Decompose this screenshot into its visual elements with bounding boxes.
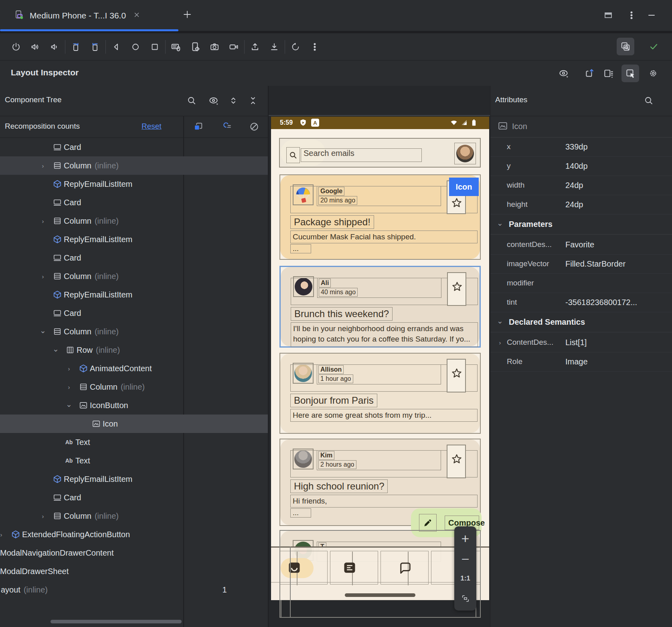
download-button[interactable] <box>265 38 283 56</box>
nav-inbox-icon[interactable] <box>287 560 302 576</box>
overview-button[interactable] <box>146 38 164 56</box>
expand-all-icon[interactable] <box>225 92 242 109</box>
layer-spacing-icon[interactable] <box>599 65 617 82</box>
export-snapshot-icon[interactable] <box>581 65 598 82</box>
chevron-down-icon[interactable]: ⌄ <box>496 316 504 326</box>
tree-row-replyemaillistitem[interactable]: ReplyEmailListItem <box>0 230 268 249</box>
tree-row-replyemaillistitem[interactable]: ReplyEmailListItem <box>0 175 268 193</box>
restart-button[interactable] <box>287 38 304 56</box>
tree-row-text[interactable]: AbText <box>0 451 268 470</box>
chevron-right-icon[interactable]: › <box>39 162 47 169</box>
chevron-right-icon[interactable]: › <box>65 384 73 390</box>
tree-row-card[interactable]: Card <box>0 138 268 156</box>
tree-row-extendedfloatingactionbutton[interactable]: ›ExtendedFloatingActionButton <box>0 525 268 544</box>
tree-row-column[interactable]: ⌄Column(inline) <box>0 322 268 341</box>
view-options-icon[interactable] <box>555 65 573 82</box>
search-bar[interactable]: Search emails <box>279 138 481 168</box>
profile-avatar[interactable] <box>454 143 476 164</box>
attributes-section-declared-semantics[interactable]: ⌄Declared Semantics <box>490 312 672 332</box>
chevron-right-icon[interactable]: › <box>39 513 47 520</box>
volume-up-button[interactable] <box>26 38 44 56</box>
favorite-button[interactable] <box>447 272 466 306</box>
tree-row-column[interactable]: ›Column(inline) <box>0 507 268 525</box>
disable-counts-icon[interactable] <box>245 118 263 136</box>
power-button[interactable] <box>7 38 25 56</box>
tree-row-iconbutton[interactable]: ⌄IconButton <box>0 396 268 415</box>
chevron-down-icon[interactable]: ⌄ <box>65 400 73 409</box>
favorite-button[interactable] <box>447 359 466 392</box>
settings-gear-icon[interactable] <box>644 65 662 82</box>
volume-down-button[interactable] <box>46 38 63 56</box>
rotate-right-button[interactable] <box>86 38 104 56</box>
chevron-right-icon[interactable]: › <box>39 218 47 225</box>
attributes-section-parameters[interactable]: ⌄Parameters <box>490 214 672 235</box>
tree-row-replyemaillistitem[interactable]: ReplyEmailListItem <box>0 470 268 488</box>
screenshot-button[interactable] <box>206 38 223 56</box>
recomposition-highlight-icon[interactable] <box>218 118 235 136</box>
tree-horizontal-scrollbar[interactable] <box>51 620 182 623</box>
chevron-right-icon[interactable]: › <box>65 365 73 372</box>
tree-row-animatedcontent[interactable]: ›AnimatedContent <box>0 359 268 378</box>
tree-row-column[interactable]: ›Column(inline) <box>0 267 268 285</box>
favorite-button[interactable] <box>447 445 466 478</box>
zoom-in-button[interactable]: + <box>457 530 474 546</box>
record-screen-button[interactable] <box>225 38 243 56</box>
tree-row-column[interactable]: ›Column(inline) <box>0 212 268 230</box>
chevron-right-icon[interactable]: › <box>39 273 47 280</box>
card-icon <box>53 253 62 263</box>
tree-row-ayout[interactable]: ayout(inline)1 <box>0 580 268 599</box>
tree-row-modaldrawersheet[interactable]: ModalDrawerSheet <box>0 562 268 580</box>
tree-row-modalnavigationdrawercontent[interactable]: ModalNavigationDrawerContent <box>0 544 268 562</box>
search-icon[interactable] <box>286 147 300 163</box>
attribute-row-width: width24dp <box>490 176 672 195</box>
reset-counts-link[interactable]: Reset <box>142 122 162 131</box>
window-minimize-icon[interactable] <box>647 10 656 22</box>
upload-button[interactable] <box>246 38 264 56</box>
tree-row-text[interactable]: AbText <box>0 433 268 451</box>
tree-row-icon[interactable]: Icon <box>0 415 268 433</box>
attribute-label: x <box>507 142 511 151</box>
window-layout-icon[interactable] <box>603 10 613 22</box>
attribute-row-contentdes-[interactable]: ›ContentDes...List[1] <box>490 333 672 352</box>
tree-row-column[interactable]: ›Column(inline) <box>0 156 268 175</box>
chevron-down-icon[interactable]: ⌄ <box>39 326 47 335</box>
email-card-allison[interactable]: Allison1 hour agoBonjour from ParisHere … <box>279 353 481 434</box>
input-controls-button[interactable] <box>167 38 185 56</box>
tree-row-replyemaillistitem[interactable]: ReplyEmailListItem <box>0 285 268 304</box>
tree-row-card[interactable]: Card <box>0 488 268 507</box>
select-component-tool[interactable] <box>621 65 639 82</box>
zoom-out-button[interactable]: – <box>457 550 474 566</box>
layout-inspector-toggle-button[interactable] <box>617 38 634 55</box>
rotate-left-button[interactable] <box>67 38 85 56</box>
chevron-down-icon[interactable]: ⌄ <box>52 344 60 354</box>
copy-counts-icon[interactable] <box>189 118 207 136</box>
apply-check-icon[interactable] <box>645 38 662 55</box>
search-input[interactable]: Search emails <box>301 148 422 162</box>
zoom-ratio-button[interactable]: 1:1 <box>457 570 474 587</box>
tree-row-card[interactable]: Card <box>0 193 268 212</box>
email-card-ali[interactable]: Ali40 mins agoBrunch this weekend?I'll b… <box>279 266 481 348</box>
toolbar-overflow-menu[interactable] <box>306 38 324 56</box>
attributes-search-icon[interactable] <box>640 92 658 109</box>
nav-articles-icon[interactable] <box>342 560 357 576</box>
tree-row-row[interactable]: ⌄Row(inline) <box>0 341 268 359</box>
nav-chat-icon[interactable] <box>398 560 413 576</box>
tree-row-card[interactable]: Card <box>0 249 268 267</box>
back-button[interactable] <box>107 38 125 56</box>
new-tab-button[interactable] <box>182 10 192 21</box>
collapse-all-icon[interactable] <box>244 92 262 109</box>
tab-close-icon[interactable] <box>133 11 140 20</box>
chevron-right-icon[interactable]: › <box>0 531 5 538</box>
tree-row-column[interactable]: ›Column(inline) <box>0 378 268 396</box>
tree-row-card[interactable]: Card <box>0 304 268 322</box>
column-icon <box>53 511 62 521</box>
tree-search-icon[interactable] <box>183 92 200 109</box>
chevron-down-icon[interactable]: ⌄ <box>496 218 504 228</box>
window-menu-icon[interactable] <box>627 10 636 22</box>
tree-visibility-icon[interactable] <box>205 92 223 109</box>
tab-medium-phone[interactable]: Medium Phone - T...I 36.0 <box>0 0 178 31</box>
device-settings-button[interactable] <box>186 38 204 56</box>
chevron-right-icon[interactable]: › <box>496 339 504 346</box>
zoom-fit-button[interactable] <box>457 591 474 607</box>
home-button[interactable] <box>127 38 144 56</box>
